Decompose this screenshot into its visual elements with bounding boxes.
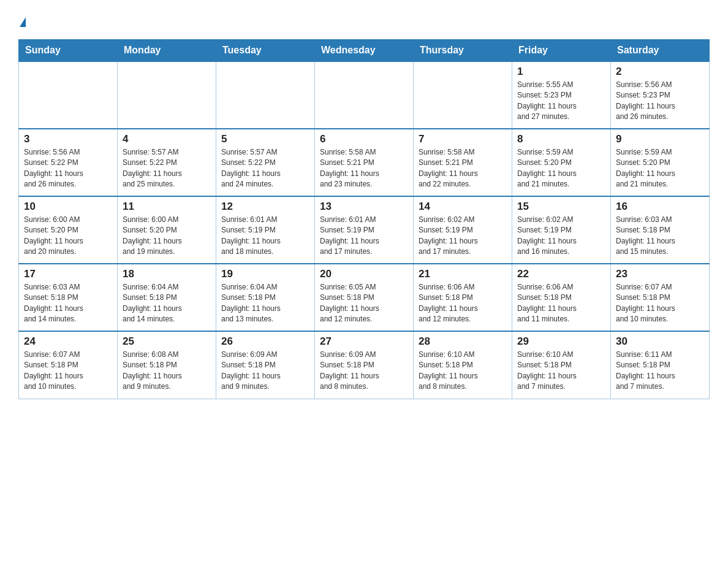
- calendar-cell: [19, 61, 118, 129]
- calendar-cell: 4Sunrise: 5:57 AM Sunset: 5:22 PM Daylig…: [118, 129, 216, 196]
- day-info: Sunrise: 6:01 AM Sunset: 5:19 PM Dayligh…: [320, 215, 408, 258]
- day-number: 22: [517, 268, 605, 280]
- calendar-header-wednesday: Wednesday: [315, 40, 414, 62]
- calendar-cell: 30Sunrise: 6:11 AM Sunset: 5:18 PM Dayli…: [611, 331, 710, 399]
- page-header: [18, 12, 710, 28]
- calendar-header-monday: Monday: [118, 40, 216, 62]
- calendar-header-thursday: Thursday: [414, 40, 512, 62]
- day-info: Sunrise: 5:59 AM Sunset: 5:20 PM Dayligh…: [517, 147, 605, 190]
- day-info: Sunrise: 6:03 AM Sunset: 5:18 PM Dayligh…: [616, 215, 704, 258]
- calendar-cell: 12Sunrise: 6:01 AM Sunset: 5:19 PM Dayli…: [216, 196, 315, 264]
- calendar-week-row: 17Sunrise: 6:03 AM Sunset: 5:18 PM Dayli…: [19, 264, 710, 331]
- calendar-cell: 13Sunrise: 6:01 AM Sunset: 5:19 PM Dayli…: [315, 196, 414, 264]
- calendar-cell: [315, 61, 414, 129]
- day-info: Sunrise: 6:04 AM Sunset: 5:18 PM Dayligh…: [221, 282, 309, 325]
- logo-triangle-icon: [20, 17, 26, 27]
- calendar-week-row: 24Sunrise: 6:07 AM Sunset: 5:18 PM Dayli…: [19, 331, 710, 399]
- day-info: Sunrise: 5:55 AM Sunset: 5:23 PM Dayligh…: [517, 80, 605, 123]
- calendar-header-tuesday: Tuesday: [216, 40, 315, 62]
- day-info: Sunrise: 6:03 AM Sunset: 5:18 PM Dayligh…: [24, 282, 112, 325]
- calendar-table: SundayMondayTuesdayWednesdayThursdayFrid…: [18, 39, 710, 399]
- day-info: Sunrise: 6:06 AM Sunset: 5:18 PM Dayligh…: [517, 282, 605, 325]
- calendar-cell: 3Sunrise: 5:56 AM Sunset: 5:22 PM Daylig…: [19, 129, 118, 196]
- calendar-cell: 23Sunrise: 6:07 AM Sunset: 5:18 PM Dayli…: [611, 264, 710, 331]
- calendar-cell: 19Sunrise: 6:04 AM Sunset: 5:18 PM Dayli…: [216, 264, 315, 331]
- day-number: 27: [320, 335, 408, 348]
- day-info: Sunrise: 6:02 AM Sunset: 5:19 PM Dayligh…: [517, 215, 605, 258]
- day-number: 28: [419, 335, 507, 348]
- day-number: 8: [517, 133, 605, 145]
- calendar-cell: 7Sunrise: 5:58 AM Sunset: 5:21 PM Daylig…: [414, 129, 512, 196]
- day-number: 5: [221, 133, 309, 145]
- calendar-header-saturday: Saturday: [611, 40, 710, 62]
- calendar-cell: 9Sunrise: 5:59 AM Sunset: 5:20 PM Daylig…: [611, 129, 710, 196]
- day-number: 20: [320, 268, 408, 280]
- day-info: Sunrise: 6:00 AM Sunset: 5:20 PM Dayligh…: [24, 215, 112, 258]
- day-number: 26: [221, 335, 309, 348]
- day-number: 2: [616, 66, 704, 78]
- calendar-cell: 14Sunrise: 6:02 AM Sunset: 5:19 PM Dayli…: [414, 196, 512, 264]
- calendar-header-row: SundayMondayTuesdayWednesdayThursdayFrid…: [19, 40, 710, 62]
- calendar-cell: 22Sunrise: 6:06 AM Sunset: 5:18 PM Dayli…: [512, 264, 611, 331]
- day-number: 23: [616, 268, 704, 280]
- calendar-header-sunday: Sunday: [19, 40, 118, 62]
- calendar-cell: 24Sunrise: 6:07 AM Sunset: 5:18 PM Dayli…: [19, 331, 118, 399]
- calendar-cell: 15Sunrise: 6:02 AM Sunset: 5:19 PM Dayli…: [512, 196, 611, 264]
- day-number: 18: [123, 268, 211, 280]
- day-info: Sunrise: 6:06 AM Sunset: 5:18 PM Dayligh…: [419, 282, 507, 325]
- calendar-cell: [118, 61, 216, 129]
- calendar-cell: 17Sunrise: 6:03 AM Sunset: 5:18 PM Dayli…: [19, 264, 118, 331]
- day-number: 14: [419, 201, 507, 213]
- day-info: Sunrise: 6:00 AM Sunset: 5:20 PM Dayligh…: [123, 215, 211, 258]
- calendar-cell: 26Sunrise: 6:09 AM Sunset: 5:18 PM Dayli…: [216, 331, 315, 399]
- day-info: Sunrise: 5:57 AM Sunset: 5:22 PM Dayligh…: [123, 147, 211, 190]
- day-info: Sunrise: 6:10 AM Sunset: 5:18 PM Dayligh…: [517, 350, 605, 393]
- day-info: Sunrise: 6:07 AM Sunset: 5:18 PM Dayligh…: [24, 350, 112, 393]
- calendar-cell: 18Sunrise: 6:04 AM Sunset: 5:18 PM Dayli…: [118, 264, 216, 331]
- day-number: 25: [123, 335, 211, 348]
- day-number: 11: [123, 201, 211, 213]
- calendar-cell: [216, 61, 315, 129]
- day-number: 13: [320, 201, 408, 213]
- day-number: 3: [24, 133, 112, 145]
- calendar-cell: [414, 61, 512, 129]
- calendar-cell: 1Sunrise: 5:55 AM Sunset: 5:23 PM Daylig…: [512, 61, 611, 129]
- day-info: Sunrise: 6:09 AM Sunset: 5:18 PM Dayligh…: [320, 350, 408, 393]
- day-info: Sunrise: 6:09 AM Sunset: 5:18 PM Dayligh…: [221, 350, 309, 393]
- day-info: Sunrise: 5:58 AM Sunset: 5:21 PM Dayligh…: [320, 147, 408, 190]
- day-number: 12: [221, 201, 309, 213]
- calendar-cell: 28Sunrise: 6:10 AM Sunset: 5:18 PM Dayli…: [414, 331, 512, 399]
- day-info: Sunrise: 6:11 AM Sunset: 5:18 PM Dayligh…: [616, 350, 704, 393]
- calendar-cell: 6Sunrise: 5:58 AM Sunset: 5:21 PM Daylig…: [315, 129, 414, 196]
- calendar-cell: 5Sunrise: 5:57 AM Sunset: 5:22 PM Daylig…: [216, 129, 315, 196]
- day-number: 1: [517, 66, 605, 78]
- day-number: 9: [616, 133, 704, 145]
- day-number: 24: [24, 335, 112, 348]
- calendar-cell: 8Sunrise: 5:59 AM Sunset: 5:20 PM Daylig…: [512, 129, 611, 196]
- calendar-cell: 27Sunrise: 6:09 AM Sunset: 5:18 PM Dayli…: [315, 331, 414, 399]
- calendar-week-row: 1Sunrise: 5:55 AM Sunset: 5:23 PM Daylig…: [19, 61, 710, 129]
- day-info: Sunrise: 6:08 AM Sunset: 5:18 PM Dayligh…: [123, 350, 211, 393]
- day-info: Sunrise: 6:07 AM Sunset: 5:18 PM Dayligh…: [616, 282, 704, 325]
- day-number: 4: [123, 133, 211, 145]
- day-number: 10: [24, 201, 112, 213]
- day-number: 15: [517, 201, 605, 213]
- calendar-cell: 20Sunrise: 6:05 AM Sunset: 5:18 PM Dayli…: [315, 264, 414, 331]
- day-info: Sunrise: 5:56 AM Sunset: 5:22 PM Dayligh…: [24, 147, 112, 190]
- calendar-cell: 10Sunrise: 6:00 AM Sunset: 5:20 PM Dayli…: [19, 196, 118, 264]
- day-number: 21: [419, 268, 507, 280]
- calendar-cell: 29Sunrise: 6:10 AM Sunset: 5:18 PM Dayli…: [512, 331, 611, 399]
- calendar-week-row: 3Sunrise: 5:56 AM Sunset: 5:22 PM Daylig…: [19, 129, 710, 196]
- calendar-cell: 25Sunrise: 6:08 AM Sunset: 5:18 PM Dayli…: [118, 331, 216, 399]
- calendar-week-row: 10Sunrise: 6:00 AM Sunset: 5:20 PM Dayli…: [19, 196, 710, 264]
- day-number: 7: [419, 133, 507, 145]
- calendar-cell: 16Sunrise: 6:03 AM Sunset: 5:18 PM Dayli…: [611, 196, 710, 264]
- day-number: 30: [616, 335, 704, 348]
- day-info: Sunrise: 5:57 AM Sunset: 5:22 PM Dayligh…: [221, 147, 309, 190]
- day-number: 19: [221, 268, 309, 280]
- day-number: 6: [320, 133, 408, 145]
- calendar-cell: 2Sunrise: 5:56 AM Sunset: 5:23 PM Daylig…: [611, 61, 710, 129]
- calendar-cell: 21Sunrise: 6:06 AM Sunset: 5:18 PM Dayli…: [414, 264, 512, 331]
- day-number: 17: [24, 268, 112, 280]
- logo: [18, 17, 26, 28]
